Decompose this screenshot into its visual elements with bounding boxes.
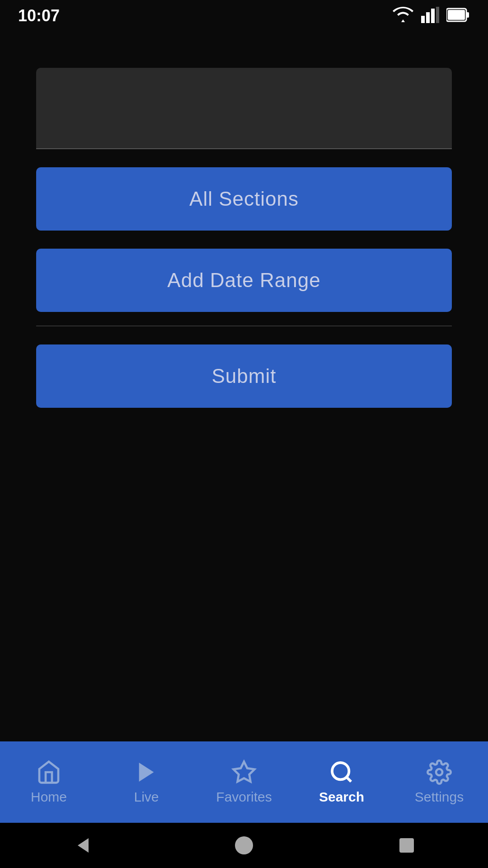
all-sections-button[interactable]: All Sections	[36, 167, 452, 231]
favorites-icon	[231, 760, 257, 785]
svg-rect-3	[436, 7, 439, 23]
back-button[interactable]	[68, 832, 95, 859]
home-button[interactable]	[230, 832, 258, 859]
svg-rect-14	[399, 838, 414, 853]
nav-label-search: Search	[319, 789, 364, 805]
nav-item-favorites[interactable]: Favorites	[195, 750, 293, 814]
nav-item-home[interactable]: Home	[0, 750, 98, 814]
divider	[36, 326, 452, 326]
nav-item-live[interactable]: Live	[98, 750, 195, 814]
recents-button[interactable]	[393, 832, 420, 859]
wifi-icon	[392, 7, 414, 25]
nav-label-home: Home	[31, 789, 67, 805]
svg-point-13	[235, 836, 253, 854]
status-time: 10:07	[18, 6, 60, 25]
search-icon	[329, 760, 354, 785]
search-input-container	[36, 68, 452, 149]
svg-point-9	[332, 763, 349, 779]
settings-icon	[427, 760, 452, 785]
svg-rect-6	[448, 10, 465, 20]
add-date-range-button[interactable]: Add Date Range	[36, 249, 452, 312]
svg-marker-8	[234, 762, 255, 782]
signal-icon	[421, 7, 439, 25]
svg-marker-12	[78, 838, 89, 853]
svg-line-10	[347, 777, 351, 782]
home-icon	[36, 760, 61, 785]
android-nav-bar	[0, 823, 488, 868]
svg-rect-1	[426, 12, 430, 23]
svg-rect-2	[431, 9, 435, 23]
main-content: All Sections Add Date Range Submit	[0, 32, 488, 741]
nav-label-live: Live	[134, 789, 159, 805]
live-icon	[134, 760, 159, 785]
nav-label-settings: Settings	[415, 789, 464, 805]
nav-label-favorites: Favorites	[216, 789, 272, 805]
nav-item-search[interactable]: Search	[293, 750, 390, 814]
nav-item-settings[interactable]: Settings	[390, 750, 488, 814]
search-input[interactable]	[36, 68, 452, 149]
battery-icon	[446, 7, 470, 25]
svg-rect-5	[466, 12, 469, 18]
submit-button[interactable]: Submit	[36, 344, 452, 408]
svg-marker-7	[139, 763, 154, 782]
status-bar: 10:07	[0, 0, 488, 32]
svg-point-11	[436, 769, 442, 775]
svg-rect-0	[421, 16, 425, 23]
bottom-nav: Home Live Favorites Search Settings	[0, 741, 488, 823]
status-icons	[392, 7, 470, 25]
